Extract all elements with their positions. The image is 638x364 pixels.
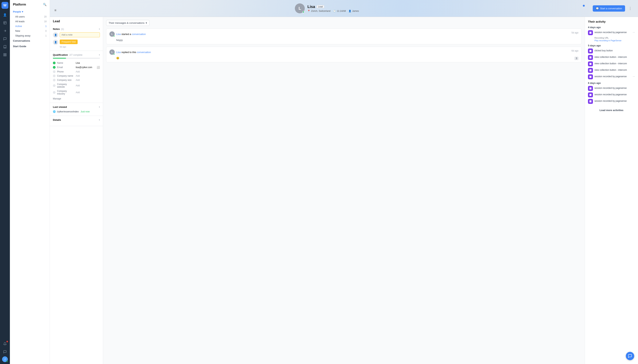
activity-icon-session2-6d (588, 92, 593, 97)
conv-user-link-1[interactable]: Lisa (116, 33, 121, 36)
location-pin-icon: 📍 (308, 10, 310, 12)
messages-header: Their messages & conversations ▾ (106, 20, 582, 26)
last-viewed-title: Last viewed (53, 106, 67, 108)
hamburger-icon[interactable]: ≡ (54, 8, 56, 12)
qual-dot-name (53, 62, 56, 64)
note-input-field[interactable] (60, 32, 100, 37)
nav-people-icon[interactable]: 👤 (2, 12, 8, 18)
sidebar: Platform 🔍 People ▾ All users 20 All lea… (10, 0, 50, 364)
sidebar-item-all-leads[interactable]: All leads 18 (10, 19, 50, 24)
user-name-row: Lisa Lead (308, 4, 359, 9)
conversation-card-2: L Lisa replied to this conversation 6d a… (106, 46, 582, 62)
nav-item-count: 1 (45, 34, 46, 37)
nav-chat-icon[interactable] (2, 35, 8, 42)
conv-count-badge: 3 (574, 57, 578, 60)
activity-item-session3-6d: session recorded by pagesense (588, 99, 635, 104)
app-logo[interactable]: W (2, 2, 8, 9)
last-viewed-chevron-icon[interactable]: ▾ (99, 106, 100, 108)
dropdown-chevron-icon: ▾ (146, 22, 147, 24)
copy-email-icon[interactable]: ⬜ (97, 66, 100, 69)
qualification-section: Qualification 2/7 complete ▾ Name Lisa E… (50, 51, 103, 103)
activity-icon-session-5d (588, 74, 593, 79)
nav-item-count: 1 (45, 25, 46, 28)
nav-inbox-icon[interactable] (2, 20, 8, 26)
conv-time-2: 6d ago (572, 50, 578, 52)
activity-dots-5d[interactable]: ··· (633, 74, 635, 78)
chat-bubble-button[interactable] (626, 352, 634, 360)
nav-item-label: New (15, 30, 20, 32)
lead-badge: Lead (316, 5, 324, 8)
messages-dropdown-button[interactable]: Their messages & conversations ▾ (106, 20, 150, 26)
main-content: ≡ L Lisa Lead 📍 Zürich, Switzerland 🕐 (50, 0, 638, 364)
activity-group-4d: 4 days ago (588, 26, 635, 29)
user-avatar-icon[interactable]: J (2, 356, 8, 362)
manage-link[interactable]: Manage (53, 97, 100, 100)
sidebar-item-slipping-away[interactable]: Slipping away 1 (10, 33, 50, 38)
details-chevron-icon[interactable]: ▾ (99, 119, 100, 121)
globe-icon: 🌐 (53, 110, 56, 113)
conversation-card-1: L Lisa started a conversation 5d ago hey… (106, 28, 582, 44)
nav-grid-icon[interactable] (2, 51, 8, 58)
left-panel: Lead Notes (1) ▾ 👤 👤 Frequent Visit (50, 17, 103, 364)
note-input-row: 👤 (53, 32, 100, 38)
bell-badge (6, 341, 8, 342)
note-time: 5d ago (60, 46, 100, 48)
sidebar-people-section[interactable]: People ▾ (10, 9, 50, 14)
nav-item-count: 20 (44, 16, 46, 18)
load-more-activities-button[interactable]: Load more activities (588, 107, 635, 114)
conv-card-header-2: L Lisa replied to this conversation 6d a… (110, 50, 578, 55)
activity-icon-session3-6d (588, 99, 593, 104)
notes-section: Notes (1) ▾ 👤 👤 Frequent Visit 5d ago (50, 25, 103, 51)
activity-item-session2-6d: session recorded by pagesense (588, 92, 635, 97)
chevron-down-icon: ▾ (22, 10, 23, 13)
nav-item-label: Active (15, 25, 22, 28)
user-info: Lisa Lead 📍 Zürich, Switzerland 🕐 11:14A… (308, 4, 359, 12)
sidebar-item-conversations[interactable]: Conversations (10, 38, 50, 44)
last-viewed-time: Just now (81, 110, 90, 113)
recording-url-label: Recording URL (594, 37, 635, 39)
activity-text-view1-5d: view collection button - intercom (594, 55, 635, 58)
activity-icon-view3 (588, 68, 593, 73)
nav-book-icon[interactable] (2, 43, 8, 50)
activity-icon-session1-6d (588, 86, 593, 91)
nav-arrow-icon[interactable] (2, 28, 8, 34)
more-options-button[interactable]: ⋮ (627, 6, 634, 11)
nav-chat2-icon[interactable] (2, 348, 8, 355)
activity-item-session-4d: session recorded by pagesense ··· (588, 30, 635, 35)
online-indicator (302, 11, 304, 13)
conv-card-left-2: L Lisa replied to this conversation (110, 50, 151, 55)
recording-url-link[interactable]: Play recording in PageSense (594, 39, 622, 42)
activity-text-session3-6d: session recorded by pagesense (594, 99, 635, 102)
qual-title: Qualification 2/7 complete (53, 54, 82, 56)
note-item-avatar: 👤 (53, 40, 58, 45)
sidebar-section-label: People (13, 10, 21, 13)
details-header: Details ▾ (53, 118, 100, 121)
qual-field-phone: Phone Add (53, 70, 100, 74)
person-icon: 👤 (348, 10, 351, 12)
start-conversation-button[interactable]: 💬 Start a conversation (593, 5, 625, 12)
last-viewed-header: Last viewed ▾ (53, 106, 100, 108)
sidebar-search-icon[interactable]: 🔍 (43, 3, 46, 6)
details-section: Details ▾ (50, 116, 103, 126)
nav-item-label: Slipping away (15, 34, 30, 37)
conv-avatar-2: L (110, 50, 115, 55)
qual-field-email: Email lisa@zylker.com ⬜ (53, 65, 100, 70)
nav-bell-icon[interactable] (2, 340, 8, 347)
sidebar-item-all-users[interactable]: All users 20 (10, 14, 50, 19)
conv-type-link-1[interactable]: conversation (132, 33, 146, 36)
sidebar-item-start-guide[interactable]: Start Guide (10, 44, 50, 49)
conv-type-link-2[interactable]: conversation (137, 51, 151, 54)
notes-count: (1) (61, 28, 64, 30)
sidebar-item-active[interactable]: Active 1 (10, 24, 50, 28)
activity-dots-4d[interactable]: ··· (633, 30, 635, 34)
notes-chevron-icon[interactable]: ▾ (99, 28, 100, 30)
sidebar-header: Platform 🔍 (10, 3, 50, 9)
svg-rect-2 (5, 54, 6, 54)
top-bar: ≡ L Lisa Lead 📍 Zürich, Switzerland 🕐 (50, 0, 638, 17)
qual-chevron-icon[interactable]: ▾ (99, 54, 100, 56)
activity-icon-session (588, 30, 593, 35)
conv-user-link-2[interactable]: Lisa (116, 51, 121, 54)
qual-field-company-size: Company size Add (53, 78, 100, 82)
sidebar-item-new[interactable]: New 0 (10, 28, 50, 33)
activity-group-5d: 5 days ago (588, 44, 635, 47)
